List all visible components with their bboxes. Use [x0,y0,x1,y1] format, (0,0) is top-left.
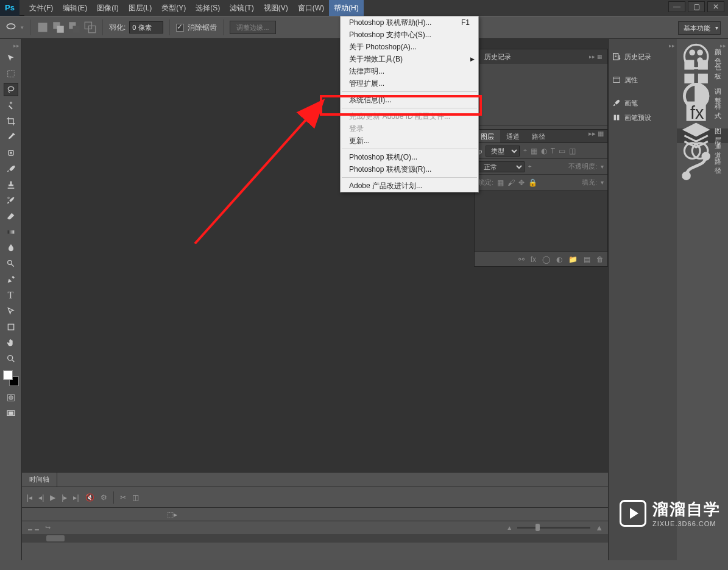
tl-play-icon[interactable]: ▶ [50,493,55,502]
minimize-button[interactable]: — [668,1,685,12]
blend-mode-dropdown[interactable]: 正常 [478,161,525,172]
blur-tool[interactable] [4,241,18,255]
help-menu-item[interactable]: 更新... [341,135,478,147]
lock-all-icon[interactable]: 🔒 [528,178,537,187]
hand-tool[interactable] [4,336,18,350]
sel-new-icon[interactable] [37,21,49,33]
dock-styles[interactable]: fx样式 [677,104,728,119]
lasso-tool-icon[interactable] [5,21,17,33]
fill-layer-icon[interactable]: ◐ [556,255,562,264]
fx-icon[interactable]: fx [531,255,536,264]
sel-sub-icon[interactable] [68,21,80,33]
filter-type-icon[interactable]: T [551,147,555,155]
lasso-tool[interactable] [4,83,18,96]
refine-edge-button[interactable]: 调整边缘... [230,21,275,34]
channels-tab[interactable]: 通道 [500,130,526,142]
layers-flyout-icon[interactable]: ▸▸ ▦ [585,130,607,142]
stamp-tool[interactable] [4,178,18,191]
healing-tool[interactable] [4,146,18,160]
dock-brush[interactable]: 画笔 [609,96,677,110]
crop-tool[interactable] [4,114,18,128]
collapse-icon[interactable]: ▸▸ [669,43,675,49]
tl-convert-icon[interactable]: ↪ [45,524,51,532]
help-menu-item[interactable]: 关于 Photoshop(A)... [341,41,478,53]
pen-tool[interactable] [4,273,18,286]
menu-edit[interactable]: 编辑(E) [58,0,92,16]
mask-icon[interactable]: ◯ [542,255,550,264]
close-button[interactable]: ✕ [707,1,724,12]
help-menu-item[interactable]: Photoshop 联机帮助(H)...F1 [341,16,478,29]
lock-move-icon[interactable]: ✥ [518,178,525,187]
tl-zoom-slider-end[interactable]: ▲ [595,523,603,532]
timeline-tab[interactable]: 时间轴 [22,473,57,487]
sel-intersect-icon[interactable] [84,21,96,33]
layers-list[interactable] [475,191,607,252]
maximize-button[interactable]: ▢ [688,1,705,12]
tl-split-icon[interactable]: ✂ [120,493,126,502]
sel-add-icon[interactable] [52,21,65,33]
menu-type[interactable]: 类型(Y) [157,0,191,16]
gradient-tool[interactable] [4,225,18,239]
filter-smart-icon[interactable]: ◫ [569,147,576,155]
feather-input[interactable] [129,21,163,33]
help-menu-item[interactable]: Photoshop 联机(O)... [341,151,478,163]
dock-paths[interactable]: 路径 [677,159,728,174]
quickmask-tool[interactable] [4,391,18,404]
color-swatches[interactable] [3,370,19,386]
history-flyout-icon[interactable]: ▸▸ ▦ [589,54,603,60]
help-menu-item[interactable]: 法律声明... [341,65,478,77]
menu-select[interactable]: 选择(S) [191,0,225,16]
delete-layer-icon[interactable]: 🗑 [596,255,604,264]
link-icon[interactable]: ⚯ [518,255,525,264]
workspace-dropdown[interactable]: 基本功能 [678,21,721,35]
menu-file[interactable]: 文件(F) [24,0,58,16]
eyedropper-tool[interactable] [4,130,18,144]
menu-layer[interactable]: 图层(L) [124,0,157,16]
tl-next-icon[interactable]: |▸ [62,493,67,502]
help-menu-item[interactable]: Adobe 产品改进计划... [341,180,478,192]
shape-tool[interactable] [4,320,18,334]
path-select-tool[interactable] [4,304,18,318]
tl-scroll[interactable] [22,534,608,543]
dock-swatches[interactable]: 色板 [677,65,728,79]
dock-history[interactable]: 历史记录 [609,50,677,63]
screenmode-tool[interactable] [4,407,18,420]
history-brush-tool[interactable] [4,194,18,207]
tl-zoom-slider-start[interactable]: ▲ [506,524,512,531]
toolbar-collapse-icon[interactable]: ▸▸ [13,43,19,49]
filter-pixel-icon[interactable]: ▦ [531,147,537,155]
lock-pixel-icon[interactable]: 🖌 [507,178,515,187]
filter-shape-icon[interactable]: ▭ [559,147,565,155]
type-tool[interactable]: T [4,289,18,302]
brush-tool[interactable] [4,162,18,175]
magic-wand-tool[interactable] [4,99,18,112]
menu-filter[interactable]: 滤镜(T) [225,0,258,16]
menu-view[interactable]: 视图(V) [259,0,293,16]
help-menu-item[interactable]: 系统信息(I)... [341,94,478,106]
antialias-checkbox[interactable] [176,24,184,32]
eraser-tool[interactable] [4,209,18,223]
tl-last-icon[interactable]: ▸| [73,493,79,502]
tl-zoom-out-icon[interactable]: 🗕🗕 [27,524,40,532]
tl-transition-icon[interactable]: ◫ [132,493,139,502]
tl-settings-icon[interactable]: ⚙ [101,493,107,502]
history-body[interactable] [479,64,607,125]
new-layer-icon[interactable]: ▤ [584,255,590,264]
help-menu-item[interactable]: Photoshop 联机资源(R)... [341,163,478,175]
paths-tab[interactable]: 路径 [526,130,551,142]
menu-help[interactable]: 帮助(H) [329,0,364,16]
history-tab[interactable]: 历史记录 [484,52,511,62]
dock-brush-presets[interactable]: 画笔预设 [609,111,677,124]
lock-trans-icon[interactable]: ▦ [497,178,504,187]
dock-properties[interactable]: 属性 [609,73,677,86]
help-menu-item[interactable]: 关于增效工具(B)▶ [341,53,478,65]
layer-kind-dropdown[interactable]: 类型 [486,146,520,157]
tl-prev-icon[interactable]: ◂| [38,493,44,502]
move-tool[interactable] [4,51,18,65]
tl-render-icon[interactable]: ⬚▸ [167,510,177,519]
tl-zoom-slider[interactable] [517,527,590,529]
marquee-tool[interactable] [4,67,18,80]
dodge-tool[interactable] [4,257,18,270]
tl-first-icon[interactable]: |◂ [27,493,32,502]
menu-window[interactable]: 窗口(W) [293,0,329,16]
